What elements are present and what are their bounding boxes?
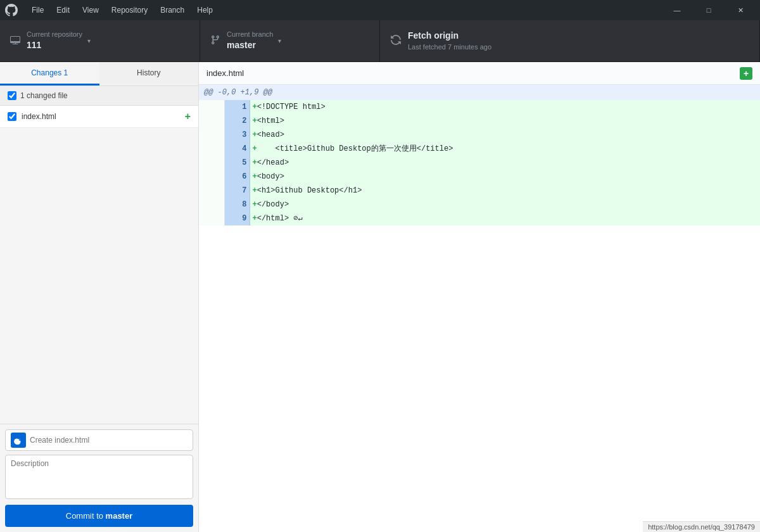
select-all-checkbox[interactable] [8,91,16,100]
diff-old-line-num [199,198,224,212]
url-bar: https://blog.csdn.net/qq_39178479 [643,521,760,532]
diff-line-content: +<head> [250,128,760,142]
main-area: Changes 1 History 1 changed file index.h… [0,62,760,532]
branch-dropdown-arrow: ▾ [278,37,281,44]
diff-line-content: +<!DOCTYPE html> [250,100,760,114]
changed-files-count: 1 changed file [20,91,68,100]
diff-table: @@ -0,0 +1,9 @@ 1+<!DOCTYPE html>2+<html… [199,85,760,225]
menu-file[interactable]: File [25,0,50,20]
diff-filename: index.html [206,68,740,78]
fetch-icon [390,34,402,48]
fetch-content: Fetch origin Last fetched 7 minutes ago [408,30,491,52]
diff-line-content: +</head> [250,156,760,170]
diff-new-line-num: 8 [224,198,250,212]
commit-summary-row [5,429,193,451]
diff-new-line-num: 7 [224,184,250,198]
window-controls: — □ ✕ [662,0,755,20]
diff-new-line-num: 3 [224,128,250,142]
table-row: 4+ <title>Github Desktop的第一次使用</title> [199,142,760,156]
file-checkbox[interactable] [8,112,16,121]
diff-add-button[interactable]: + [740,67,752,80]
repo-name: 111 [27,39,82,52]
branch-content: Current branch master [227,30,273,52]
current-branch-section[interactable]: Current branch master ▾ [200,20,380,61]
diff-hunk-header-text: @@ -0,0 +1,9 @@ [199,85,760,100]
diff-content[interactable]: @@ -0,0 +1,9 @@ 1+<!DOCTYPE html>2+<html… [199,85,760,532]
table-row: 8+</body> [199,198,760,212]
current-repo-section[interactable]: Current repository 111 ▾ [0,20,200,61]
fetch-origin-section[interactable]: Fetch origin Last fetched 7 minutes ago [380,20,760,61]
menu-repository[interactable]: Repository [105,0,154,20]
branch-icon [210,35,220,47]
table-row: 5+</head> [199,156,760,170]
minimize-button[interactable]: — [662,0,692,20]
menu-branch[interactable]: Branch [154,0,191,20]
close-button[interactable]: ✕ [726,0,755,20]
url-text: https://blog.csdn.net/qq_39178479 [648,523,755,531]
menu-help[interactable]: Help [191,0,219,20]
diff-line-content: +<html> [250,114,760,128]
toolbar: Current repository 111 ▾ Current branch … [0,20,760,62]
titlebar: File Edit View Repository Branch Help — … [0,0,760,20]
table-row: 2+<html> [199,114,760,128]
diff-old-line-num [199,184,224,198]
table-row: 6+<body> [199,170,760,184]
sidebar-tabs: Changes 1 History [0,62,198,86]
table-row: 7+<h1>Github Desktop</h1> [199,184,760,198]
table-row: 9+</html> ⊘↵ [199,212,760,225]
diff-new-line-num: 1 [224,100,250,114]
maximize-button[interactable]: □ [694,0,723,20]
file-list: index.html + [0,106,198,424]
diff-new-line-num: 5 [224,156,250,170]
commit-summary-input[interactable] [30,436,187,445]
commit-button[interactable]: Commit to master [5,505,193,527]
diff-line-content: +</body> [250,198,760,212]
diff-header: index.html + [199,62,760,85]
github-logo-icon [5,4,18,16]
commit-avatar [11,433,26,448]
menu-view[interactable]: View [76,0,105,20]
table-row: 3+<head> [199,128,760,142]
diff-new-line-num: 9 [224,212,250,225]
fetch-sub: Last fetched 7 minutes ago [408,42,491,52]
repo-label: Current repository [27,30,82,39]
commit-area: Commit to master [0,424,198,532]
repo-content: Current repository 111 [27,30,82,52]
monitor-icon [10,35,20,47]
diff-old-line-num [199,156,224,170]
diff-line-content: +<body> [250,170,760,184]
changes-count-badge: 1 [64,68,68,77]
repo-dropdown-arrow: ▾ [87,37,91,44]
diff-old-line-num [199,114,224,128]
diff-old-line-num [199,128,224,142]
diff-line-content: +<h1>Github Desktop</h1> [250,184,760,198]
branch-label: Current branch [227,30,273,39]
filename: index.html [22,112,180,121]
table-row: 1+<!DOCTYPE html> [199,100,760,114]
diff-new-line-num: 6 [224,170,250,184]
diff-hunk-header-row: @@ -0,0 +1,9 @@ [199,85,760,100]
diff-new-line-num: 4 [224,142,250,156]
tab-changes[interactable]: Changes 1 [0,62,99,86]
diff-old-line-num [199,142,224,156]
diff-line-content: +</html> ⊘↵ [250,212,760,225]
diff-old-line-num [199,170,224,184]
diff-panel: index.html + @@ -0,0 +1,9 @@ 1+<!DOCTYPE… [199,62,760,532]
tab-history[interactable]: History [99,62,199,86]
menu-edit[interactable]: Edit [50,0,76,20]
file-add-icon: + [185,111,191,122]
list-item[interactable]: index.html + [0,106,198,128]
diff-new-line-num: 2 [224,114,250,128]
fetch-label: Fetch origin [408,30,491,42]
diff-line-content: + <title>Github Desktop的第一次使用</title> [250,142,760,156]
diff-old-line-num [199,100,224,114]
sidebar: Changes 1 History 1 changed file index.h… [0,62,199,532]
commit-description-input[interactable] [5,455,193,499]
menu-bar: File Edit View Repository Branch Help [25,0,219,20]
diff-old-line-num [199,212,224,225]
branch-name: master [227,39,273,52]
changed-files-header: 1 changed file [0,86,198,106]
